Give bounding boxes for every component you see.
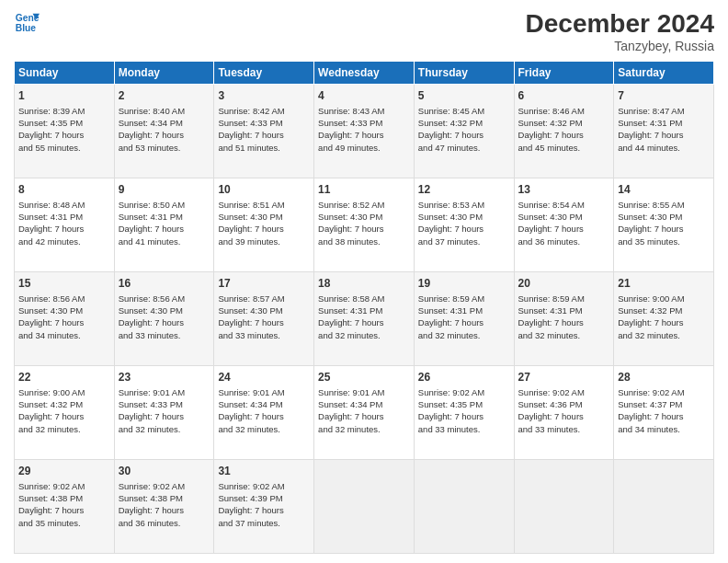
calendar-header-row: SundayMondayTuesdayWednesdayThursdayFrid… <box>15 62 714 85</box>
daylight-minutes: and 34 minutes. <box>18 330 81 340</box>
daylight-minutes: and 33 minutes. <box>518 424 581 434</box>
calendar-cell: 18Sunrise: 8:58 AMSunset: 4:31 PMDayligh… <box>314 272 415 366</box>
sunrise-label: Sunrise: 8:52 AM <box>318 200 384 210</box>
daylight-label: Daylight: 7 hours <box>218 224 283 234</box>
svg-text:Blue: Blue <box>16 23 37 33</box>
sunrise-label: Sunrise: 8:56 AM <box>119 293 185 304</box>
sunset-label: Sunset: 4:30 PM <box>218 305 282 316</box>
daylight-minutes: and 32 minutes. <box>618 330 680 340</box>
sunrise-label: Sunrise: 9:01 AM <box>218 387 284 397</box>
calendar-cell: 3Sunrise: 8:42 AMSunset: 4:33 PMDaylight… <box>214 85 314 178</box>
day-number: 23 <box>119 370 210 385</box>
day-number: 24 <box>218 370 310 385</box>
day-number: 18 <box>318 276 410 292</box>
calendar-cell: 5Sunrise: 8:45 AMSunset: 4:32 PMDaylight… <box>414 85 514 178</box>
sunrise-label: Sunrise: 8:42 AM <box>218 106 284 116</box>
header-day-tuesday: Tuesday <box>214 62 314 85</box>
sunrise-label: Sunrise: 9:02 AM <box>119 481 185 491</box>
daylight-minutes: and 37 minutes. <box>418 236 481 247</box>
daylight-label: Daylight: 7 hours <box>318 317 383 327</box>
daylight-minutes: and 35 minutes. <box>618 236 680 247</box>
daylight-minutes: and 51 minutes. <box>218 143 280 153</box>
daylight-label: Daylight: 7 hours <box>518 224 584 234</box>
calendar-cell: 1Sunrise: 8:39 AMSunset: 4:35 PMDaylight… <box>15 85 115 178</box>
day-number: 14 <box>618 182 710 198</box>
daylight-label: Daylight: 7 hours <box>218 130 283 140</box>
calendar-cell: 26Sunrise: 9:02 AMSunset: 4:35 PMDayligh… <box>414 366 514 460</box>
calendar-cell <box>414 460 514 554</box>
day-number: 5 <box>418 88 510 104</box>
daylight-label: Daylight: 7 hours <box>18 130 84 140</box>
day-number: 25 <box>318 370 410 385</box>
sunset-label: Sunset: 4:31 PM <box>618 118 682 128</box>
sunrise-label: Sunrise: 8:39 AM <box>18 106 85 116</box>
sunrise-label: Sunrise: 8:47 AM <box>618 106 684 116</box>
sunset-label: Sunset: 4:31 PM <box>318 305 382 316</box>
header-day-sunday: Sunday <box>15 62 115 85</box>
daylight-minutes: and 44 minutes. <box>618 143 680 153</box>
title-block: December 2024 Tanzybey, Russia <box>526 9 714 53</box>
daylight-minutes: and 55 minutes. <box>18 143 81 153</box>
day-number: 19 <box>418 276 510 292</box>
sunrise-label: Sunrise: 8:59 AM <box>418 293 484 304</box>
week-row-4: 22Sunrise: 9:00 AMSunset: 4:32 PMDayligh… <box>15 366 714 460</box>
sunset-label: Sunset: 4:33 PM <box>318 118 382 128</box>
sunrise-label: Sunrise: 8:50 AM <box>119 200 185 210</box>
calendar-cell: 8Sunrise: 8:48 AMSunset: 4:31 PMDaylight… <box>15 178 115 272</box>
daylight-label: Daylight: 7 hours <box>618 411 683 421</box>
sunset-label: Sunset: 4:32 PM <box>418 118 483 128</box>
calendar-cell: 13Sunrise: 8:54 AMSunset: 4:30 PMDayligh… <box>514 178 614 272</box>
day-number: 13 <box>518 182 610 198</box>
sunset-label: Sunset: 4:30 PM <box>218 212 282 222</box>
header-day-monday: Monday <box>114 62 214 85</box>
day-number: 16 <box>119 276 210 292</box>
sunrise-label: Sunrise: 9:02 AM <box>618 387 684 397</box>
daylight-minutes: and 32 minutes. <box>119 424 181 434</box>
sunrise-label: Sunrise: 8:54 AM <box>518 200 585 210</box>
calendar-cell: 12Sunrise: 8:53 AMSunset: 4:30 PMDayligh… <box>414 178 514 272</box>
daylight-minutes: and 39 minutes. <box>218 236 280 247</box>
day-number: 1 <box>18 88 110 104</box>
week-row-1: 1Sunrise: 8:39 AMSunset: 4:35 PMDaylight… <box>15 85 714 178</box>
calendar-cell: 31Sunrise: 9:02 AMSunset: 4:39 PMDayligh… <box>214 460 314 554</box>
sunset-label: Sunset: 4:30 PM <box>18 305 83 316</box>
daylight-label: Daylight: 7 hours <box>418 224 483 234</box>
sunrise-label: Sunrise: 9:01 AM <box>318 387 384 397</box>
day-number: 15 <box>18 276 110 292</box>
day-number: 29 <box>18 464 110 479</box>
daylight-minutes: and 35 minutes. <box>18 518 81 528</box>
calendar-cell: 22Sunrise: 9:00 AMSunset: 4:32 PMDayligh… <box>15 366 115 460</box>
sunset-label: Sunset: 4:30 PM <box>418 212 483 222</box>
daylight-minutes: and 49 minutes. <box>318 143 381 153</box>
day-number: 8 <box>18 182 110 198</box>
sunset-label: Sunset: 4:31 PM <box>119 212 183 222</box>
day-number: 6 <box>518 88 610 104</box>
sunset-label: Sunset: 4:32 PM <box>518 118 583 128</box>
daylight-minutes: and 42 minutes. <box>18 236 81 247</box>
calendar-cell: 11Sunrise: 8:52 AMSunset: 4:30 PMDayligh… <box>314 178 415 272</box>
sunrise-label: Sunrise: 9:02 AM <box>218 481 284 491</box>
logo-icon: General Blue <box>14 9 40 35</box>
daylight-label: Daylight: 7 hours <box>218 505 283 515</box>
daylight-minutes: and 38 minutes. <box>318 236 381 247</box>
calendar-cell: 23Sunrise: 9:01 AMSunset: 4:33 PMDayligh… <box>114 366 214 460</box>
daylight-minutes: and 37 minutes. <box>218 518 280 528</box>
sunrise-label: Sunrise: 8:45 AM <box>418 106 484 116</box>
calendar-cell <box>514 460 614 554</box>
day-number: 27 <box>518 370 610 385</box>
sunrise-label: Sunrise: 8:43 AM <box>318 106 384 116</box>
daylight-label: Daylight: 7 hours <box>418 317 483 327</box>
daylight-label: Daylight: 7 hours <box>218 411 283 421</box>
calendar-cell: 28Sunrise: 9:02 AMSunset: 4:37 PMDayligh… <box>614 366 714 460</box>
day-number: 26 <box>418 370 510 385</box>
calendar-cell: 16Sunrise: 8:56 AMSunset: 4:30 PMDayligh… <box>114 272 214 366</box>
daylight-minutes: and 36 minutes. <box>119 518 181 528</box>
calendar-cell <box>314 460 415 554</box>
day-number: 30 <box>119 464 210 479</box>
daylight-minutes: and 34 minutes. <box>618 424 680 434</box>
daylight-label: Daylight: 7 hours <box>18 317 84 327</box>
main-title: December 2024 <box>526 9 714 39</box>
day-number: 2 <box>119 88 210 104</box>
daylight-label: Daylight: 7 hours <box>119 130 184 140</box>
calendar-cell: 19Sunrise: 8:59 AMSunset: 4:31 PMDayligh… <box>414 272 514 366</box>
